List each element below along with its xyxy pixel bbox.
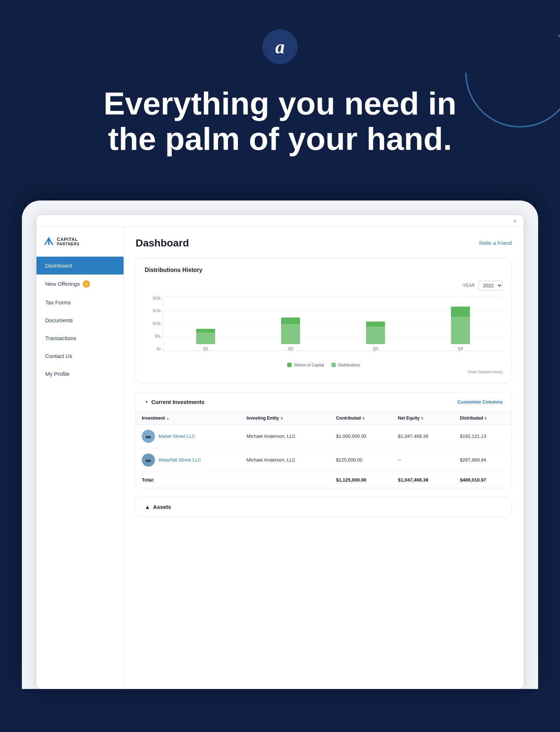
legend-dist-label: Distributions [338, 363, 360, 367]
hero-title: Everything you need in the palm of your … [104, 86, 456, 157]
col-contributed: Contributed ⇅ [330, 412, 392, 424]
refer-friend-link[interactable]: Refer a Friend [479, 240, 512, 246]
logo-letter: a [275, 36, 285, 58]
bar-dist-q2 [281, 324, 300, 344]
sidebar-item-tax-forms[interactable]: Tax Forms [36, 293, 124, 311]
col-investing-entity: Investing Entity ⇅ [241, 412, 330, 424]
sort-both-icon-distributed: ⇅ [484, 417, 487, 420]
legend-roc-dot [287, 363, 292, 367]
bar-group-q1: Q1 [196, 329, 215, 351]
sort-both-icon-equity: ⇅ [421, 417, 424, 420]
app-window: ᗑ CAPITAL PARTNERS Dashboard New Offerin… [36, 215, 524, 689]
bar-roc-q1 [196, 329, 215, 332]
investment-cell-waterfall: 🏘 Waterfall Street LLC [136, 448, 241, 472]
brand-name: CAPITAL [57, 237, 79, 242]
total-equity: $1,047,468.39 [392, 472, 454, 488]
entity-cell-waterfall: Michael Anderson, LLC [241, 448, 330, 472]
bar-dist-q3 [366, 327, 385, 344]
y-label-15k: $15k [145, 309, 161, 313]
chevron-down-icon: ▼ [145, 400, 148, 404]
total-label: Total: [136, 472, 241, 488]
chart-title: Distributions History [145, 267, 503, 273]
investment-thumb-waterfall: 🏘 [142, 453, 155, 467]
sidebar-logo: ᗑ CAPITAL PARTNERS [36, 227, 124, 257]
page-title: Dashboard [136, 237, 189, 249]
bar-group-q4: Q4 [451, 307, 470, 351]
assets-section: ▲ Assets [136, 497, 512, 517]
chart-note: Chart Updates Hourly [145, 370, 503, 374]
y-label-20k: $20k [145, 296, 161, 300]
main-header: Dashboard Refer a Friend [136, 237, 512, 249]
hero-section: a Everything you need in the palm of you… [0, 0, 560, 200]
y-axis: $20k $15k $10k $5k $0 [145, 296, 161, 351]
investment-link-mabel[interactable]: Mabel Street LLC [159, 433, 195, 439]
chevron-up-icon: ▲ [145, 504, 150, 510]
current-investments-title: Current Investments [151, 399, 205, 405]
grid-line-top [163, 296, 503, 297]
sidebar-item-contact-us[interactable]: Contact Us [36, 347, 124, 365]
bar-group-q3: Q3 [366, 322, 385, 351]
q4-label: Q4 [458, 346, 463, 351]
chart-legend: Return of Capital Distributions [145, 363, 503, 367]
brand-text: CAPITAL PARTNERS [57, 237, 79, 246]
app-logo: a [262, 29, 298, 64]
total-contributed: $1,125,000.00 [330, 472, 392, 488]
sort-both-icon-entity: ⇅ [280, 417, 283, 420]
bar-stack-q3 [366, 322, 385, 344]
year-select[interactable]: 2022 2021 2020 [478, 281, 503, 291]
app-layout: ᗑ CAPITAL PARTNERS Dashboard New Offerin… [36, 227, 524, 689]
q3-label: Q3 [373, 346, 378, 351]
screenshot-container: ᗑ CAPITAL PARTNERS Dashboard New Offerin… [22, 200, 538, 689]
sidebar-item-new-offerings[interactable]: New Offerings 1 [36, 274, 124, 293]
sidebar-item-dashboard[interactable]: Dashboard [36, 257, 124, 274]
y-label-5k: $5k [145, 334, 161, 338]
new-offerings-badge: 1 [83, 280, 90, 288]
bar-stack-q1 [196, 329, 215, 344]
assets-header[interactable]: ▲ Assets [136, 497, 512, 517]
col-investment: Investment ▲ [136, 412, 241, 424]
sidebar-item-transactions[interactable]: Transactions [36, 329, 124, 347]
bar-roc-q4 [451, 307, 470, 317]
sidebar-item-documents[interactable]: Documents [36, 311, 124, 329]
arc-decoration [465, 18, 560, 128]
top-bar [36, 215, 524, 227]
investment-link-waterfall[interactable]: Waterfall Street LLC [159, 457, 201, 463]
total-distributed: $480,010.97 [454, 472, 512, 488]
distributed-cell-waterfall: $287,889.84 [454, 448, 512, 472]
sort-asc-icon: ▲ [166, 417, 170, 420]
sort-both-icon-contributed: ⇅ [362, 417, 365, 420]
bar-roc-q2 [281, 318, 300, 324]
distributed-cell-mabel: $192,121.13 [454, 424, 512, 448]
entity-cell-mabel: Michael Anderson, LLC [241, 424, 330, 448]
bar-dist-q1 [196, 332, 215, 344]
sidebar-item-my-profile[interactable]: My Profile [36, 365, 124, 383]
y-label-0: $0 [145, 347, 161, 351]
sidebar: ᗑ CAPITAL PARTNERS Dashboard New Offerin… [36, 227, 124, 689]
bar-dist-q4 [451, 317, 470, 344]
q2-label: Q2 [288, 346, 293, 351]
brand-icon: ᗑ [44, 236, 53, 248]
top-bar-dot [513, 219, 516, 222]
assets-title: Assets [153, 504, 171, 510]
table-row-total: Total: $1,125,000.00 $1,047,468.39 $480,… [136, 472, 512, 488]
table-row-mabel: 🏘 Mabel Street LLC Michael Anderson, LLC… [136, 424, 512, 448]
equity-cell-waterfall: -- [392, 448, 454, 472]
contributed-cell-waterfall: $125,000.00 [330, 448, 392, 472]
brand-sub: PARTNERS [57, 242, 79, 246]
q1-label: Q1 [203, 346, 209, 351]
bar-stack-q2 [281, 318, 300, 344]
current-investments-card: ▼ Current Investments Customize Columns … [136, 392, 512, 488]
distributions-chart-card: Distributions History YEAR 2022 2021 202… [136, 258, 512, 383]
bars-container: Q1 Q2 [163, 296, 503, 351]
bar-stack-q4 [451, 307, 470, 344]
current-investments-header[interactable]: ▼ Current Investments Customize Columns [136, 392, 512, 412]
main-content: Dashboard Refer a Friend Distributions H… [124, 227, 524, 689]
legend-dist-dot [331, 363, 336, 367]
legend-roc: Return of Capital [287, 363, 324, 367]
year-label: YEAR [463, 283, 475, 288]
customize-columns-link[interactable]: Customize Columns [457, 399, 503, 405]
col-distributed: Distributed ⇅ [454, 412, 512, 424]
total-empty [241, 472, 330, 488]
y-label-10k: $10k [145, 322, 161, 326]
investment-thumb-mabel: 🏘 [142, 430, 155, 443]
